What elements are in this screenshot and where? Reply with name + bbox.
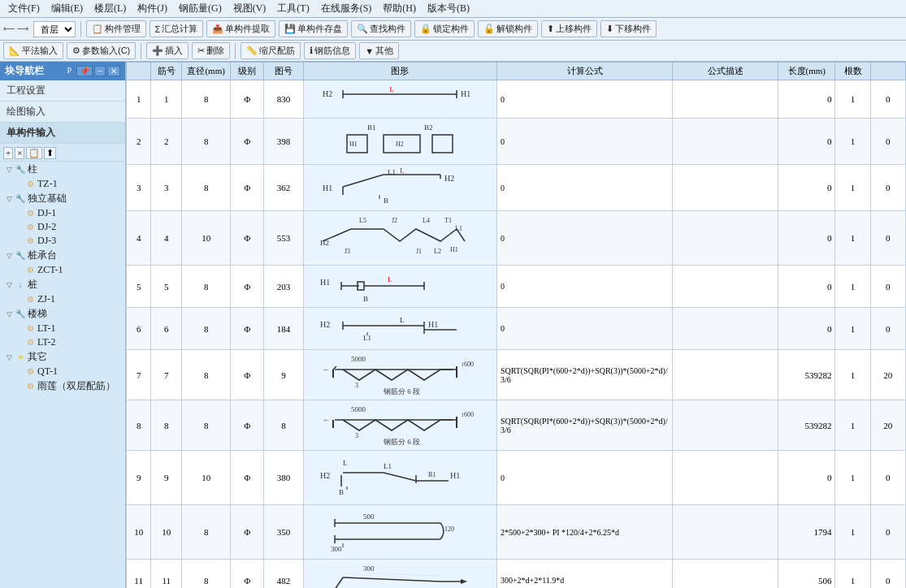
menu-component[interactable]: 构件(J) — [132, 1, 172, 16]
sidebar-pin-btn[interactable]: 📌 — [76, 66, 93, 76]
table-row[interactable]: 10 10 8 Φ 350 500 120 300 2*500+2*300+ P… — [127, 505, 906, 560]
menu-version[interactable]: 版本号(B) — [423, 1, 475, 16]
sidebar-minimize-btn[interactable]: − — [94, 66, 106, 76]
btn-rebar-info[interactable]: ℹ 钢筋信息 — [304, 42, 356, 59]
tree-label-tz1: TZ-1 — [37, 178, 58, 190]
tree-item-dj2[interactable]: ⚙ DJ-2 — [0, 220, 125, 234]
menu-floor[interactable]: 楼层(L) — [89, 1, 131, 16]
btn-component-mgr[interactable]: 📋 构件管理 — [86, 20, 146, 37]
table-row[interactable]: 3 3 8 Φ 362 H1 L1 L H2 B 0 0 1 0 — [127, 165, 906, 211]
tree-item-pile[interactable]: ▽ ↓ 桩 — [0, 277, 125, 292]
menu-edit[interactable]: 编辑(E) — [46, 1, 88, 16]
table-row[interactable]: 2 2 8 Φ 398 B1 B2 H1 H2 0 0 1 0 — [127, 119, 906, 165]
tree-toolbar-del[interactable]: × — [15, 147, 24, 159]
row-figno[interactable]: 203 — [264, 266, 304, 308]
table-row[interactable]: 1 1 8 Φ 830 H2 L H1 0 0 1 0 — [127, 80, 906, 119]
svg-text:B: B — [363, 295, 368, 303]
table-row[interactable]: 11 11 8 Φ 482 300 300+2*d+2*11.9*d 506 1… — [127, 560, 906, 589]
row-figno[interactable]: 553 — [264, 211, 304, 266]
tree-item-other[interactable]: ▽ ★ 其它 — [0, 349, 125, 365]
tree-expand-pile-cap[interactable]: ▽ — [7, 252, 15, 260]
tree-item-standalone-found[interactable]: ▽ 🔧 独立基础 — [0, 191, 125, 206]
tree-item-rain-cover[interactable]: ⚙ 雨莲（双层配筋） — [0, 378, 125, 394]
menu-online[interactable]: 在线服务(S) — [316, 1, 377, 16]
table-row[interactable]: 9 9 10 Φ 380 H2 L L1 B1 H1 B 0 0 1 0 — [127, 451, 906, 505]
row-figno[interactable]: 380 — [264, 451, 304, 505]
row-diam: 8 — [182, 350, 231, 400]
btn-pingfa-input[interactable]: 📐 平法输入 — [3, 42, 63, 59]
row-figno[interactable]: 830 — [264, 80, 304, 119]
row-figure: ← 5000 3 ↕600 钢筋分 6 段 — [303, 400, 496, 451]
data-table[interactable]: 筋号 直径(mm) 级别 图号 图形 计算公式 公式描述 长度(mm) 根数 1… — [126, 62, 906, 588]
row-figno[interactable]: 362 — [264, 165, 304, 211]
btn-single-save[interactable]: 💾 单构件存盘 — [279, 20, 348, 37]
tree-item-pile-cap[interactable]: ▽ 🔧 桩承台 — [0, 248, 125, 263]
tree-item-dj1[interactable]: ⚙ DJ-1 — [0, 206, 125, 220]
tree-item-lt2[interactable]: ⚙ LT-2 — [0, 335, 125, 349]
btn-delete[interactable]: ✂ 删除 — [192, 42, 230, 59]
row-jinhao: 9 — [151, 451, 182, 505]
table-row[interactable]: 8 8 8 Φ 8 ← 5000 3 ↕600 钢筋分 6 段 SQRT(SQR… — [127, 400, 906, 451]
btn-scale-rebar[interactable]: 📏 缩尺配筋 — [241, 42, 301, 59]
btn-single-extract[interactable]: 📤 单构件提取 — [206, 20, 275, 37]
tree-item-column[interactable]: ▽ 🔧 柱 — [0, 162, 125, 177]
tree-expand-found[interactable]: ▽ — [7, 195, 15, 203]
btn-sum-calc[interactable]: Σ 汇总计算 — [150, 20, 204, 37]
tree-expand-stairs[interactable]: ▽ — [7, 310, 15, 318]
btn-insert[interactable]: ➕ 插入 — [146, 42, 189, 59]
row-figno[interactable]: 350 — [264, 505, 304, 560]
btn-other[interactable]: ▼ 其他 — [359, 42, 399, 59]
table-row[interactable]: 6 6 8 Φ 184 H2 L L1 H1 0 0 1 0 — [127, 308, 906, 350]
row-extra: 0 — [870, 451, 905, 505]
tree-toolbar-up[interactable]: ⬆ — [44, 147, 56, 159]
tree-item-qt1[interactable]: ⚙ QT-1 — [0, 365, 125, 378]
btn-lock-component[interactable]: 🔒 锁定构件 — [414, 20, 475, 37]
row-count: 1 — [835, 400, 870, 451]
tree-item-lt1[interactable]: ⚙ LT-1 — [0, 322, 125, 335]
sidebar-section-single[interactable]: 单构件输入 — [0, 123, 125, 144]
extract-icon: 📤 — [212, 24, 223, 34]
svg-text:L1: L1 — [384, 462, 392, 470]
tree-toolbar-add[interactable]: + — [3, 147, 13, 159]
sidebar-close-btn[interactable]: ✕ — [107, 66, 120, 76]
btn-move-down[interactable]: ⬇ 下移构件 — [600, 20, 657, 37]
row-figno[interactable]: 8 — [264, 400, 304, 451]
sidebar-section-draw[interactable]: 绘图输入 — [0, 102, 125, 123]
sidebar: 块导航栏 P 📌 − ✕ 工程设置 绘图输入 单构件输入 + × 📋 ⬆ — [0, 62, 126, 588]
sidebar-section-project[interactable]: 工程设置 — [0, 80, 125, 102]
tree-toolbar-copy[interactable]: 📋 — [26, 147, 42, 159]
floor-select[interactable]: 首层 — [33, 21, 76, 37]
row-formula: 0 — [496, 80, 672, 119]
row-figno[interactable]: 398 — [264, 119, 304, 165]
menu-rebar-qty[interactable]: 钢筋量(G) — [174, 1, 227, 16]
row-extra: 0 — [870, 308, 905, 350]
menu-help[interactable]: 帮助(H) — [378, 1, 421, 16]
table-row[interactable]: 4 4 10 Φ 553 L5 J2 L4 T1 L1 H2 J3 J1 L2 … — [127, 211, 906, 266]
btn-move-up[interactable]: ⬆ 上移构件 — [541, 20, 597, 37]
btn-find-component[interactable]: 🔍 查找构件 — [351, 20, 411, 37]
menu-tools[interactable]: 工具(T) — [272, 1, 314, 16]
table-row[interactable]: 5 5 8 Φ 203 H1 L B 0 0 1 0 — [127, 266, 906, 308]
btn-param-input[interactable]: ⚙ 参数输入(C) — [67, 42, 136, 59]
table-row[interactable]: 7 7 8 Φ 9 ← 5000 3 ↕600 钢筋分 6 段 SQRT(SQR… — [127, 350, 906, 400]
row-figno[interactable]: 9 — [264, 350, 304, 400]
row-diam: 8 — [182, 308, 231, 350]
menu-view[interactable]: 视图(V) — [228, 1, 271, 16]
tree-item-dj3[interactable]: ⚙ DJ-3 — [0, 234, 125, 248]
tree-item-stairs[interactable]: ▽ 🔧 楼梯 — [0, 306, 125, 322]
row-figno[interactable]: 482 — [264, 560, 304, 589]
menu-file[interactable]: 文件(F) — [3, 1, 45, 16]
tree-label-dj1: DJ-1 — [37, 207, 56, 219]
row-len: 539282 — [778, 350, 835, 400]
btn-unlock-component[interactable]: 🔓 解锁构件 — [478, 20, 538, 37]
tree-item-zj1[interactable]: ⚙ ZJ-1 — [0, 292, 125, 306]
tree-label-zj1: ZJ-1 — [37, 293, 55, 305]
row-extra: 0 — [870, 560, 905, 589]
row-figno[interactable]: 184 — [264, 308, 304, 350]
tree-expand-other[interactable]: ▽ — [7, 353, 15, 361]
tree-expand-pile[interactable]: ▽ — [7, 281, 15, 289]
tree-item-zct1[interactable]: ⚙ ZCT-1 — [0, 263, 125, 277]
tree-expand-column[interactable]: ▽ — [7, 166, 15, 174]
svg-text:↕600: ↕600 — [461, 361, 474, 368]
tree-item-tz1[interactable]: ⚙ TZ-1 — [0, 177, 125, 191]
